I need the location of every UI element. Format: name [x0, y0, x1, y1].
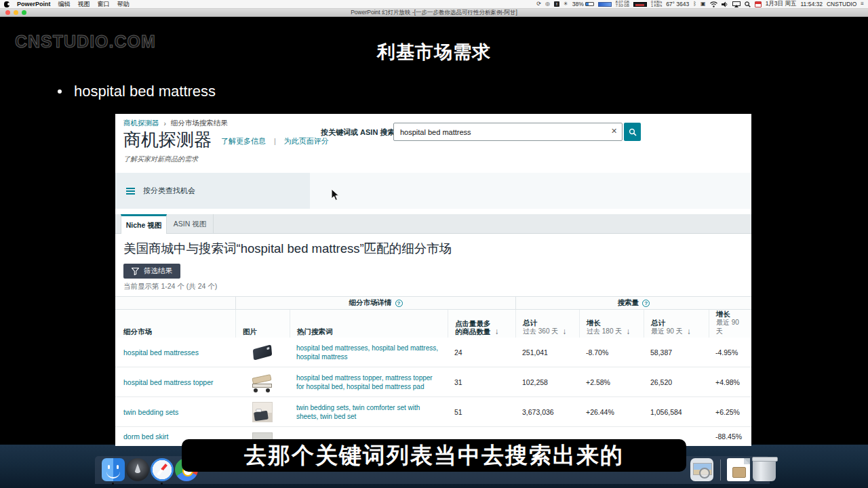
col-keywords: 热门搜索词 [297, 327, 333, 336]
menubar-username[interactable]: CNSTUDIO [827, 1, 856, 7]
input-source-icon[interactable]: ▣ [701, 1, 706, 7]
total-360: 102,258 [515, 367, 579, 397]
network-readout[interactable]: 0 KB/s 1 KB/s [651, 1, 662, 8]
products-count: 51 [448, 397, 515, 427]
growth-180: +2.58% [579, 367, 644, 397]
volume-icon[interactable] [722, 1, 728, 7]
video-subtitle: 去那个关键词列表当中去搜索出来的 [182, 439, 686, 472]
sort-arrow-icon[interactable]: ↓ [495, 328, 499, 336]
col-growth-180[interactable]: 增长 过去 180 天 ↓ [579, 310, 644, 341]
breadcrumb: 商机探测器 › 细分市场搜索结果 [123, 119, 228, 128]
slide-title: 利基市场需求 [0, 40, 868, 64]
dock-finder-icon[interactable] [102, 458, 125, 481]
memory-meter-icon[interactable] [598, 2, 612, 7]
group-header-details: 细分市场详情 ? [235, 297, 515, 310]
group-header-volume: 搜索量 ? [515, 297, 751, 310]
tab-niche-view[interactable]: Niche 视图 [121, 214, 167, 235]
growth-90: -88.45% [709, 427, 751, 446]
col-image: 图片 [243, 327, 257, 336]
menubar-date[interactable]: 1月3日 周五 [766, 0, 797, 8]
browse-categories-label: 按分类查找机会 [143, 186, 195, 196]
col-niche: 细分市场 [123, 327, 152, 336]
niche-link[interactable]: hospital bed mattress topper [123, 378, 214, 386]
results-heading: 美国商城中与搜索词“hospital bed mattress”匹配的细分市场 [123, 240, 734, 257]
sort-arrow-icon[interactable]: ↓ [687, 328, 691, 336]
funnel-icon [132, 268, 139, 275]
menu-edit[interactable]: 编辑 [58, 0, 71, 9]
product-thumbnail-bedding-set[interactable] [252, 402, 273, 422]
hamburger-icon [126, 188, 135, 195]
keyword-search-input[interactable] [393, 123, 623, 141]
menu-view[interactable]: 视图 [78, 0, 90, 9]
growth-180: +26.44% [579, 397, 644, 427]
cpu-meter-icon[interactable] [633, 2, 647, 7]
tab-asin-view[interactable]: ASIN 视图 [167, 214, 214, 234]
window-title: PowerPoint 幻灯片放映 -[一步一步教你选品可行性分析案例-阿甘] [0, 9, 868, 17]
mouse-cursor [331, 188, 340, 201]
tab-strip: Niche 视图 ASIN 视图 [115, 214, 751, 234]
dock-launchpad-icon[interactable] [126, 458, 149, 481]
help-icon[interactable]: ? [395, 300, 403, 307]
learn-more-link[interactable]: 了解更多信息 [221, 136, 266, 146]
growth-90: +6.25% [709, 397, 751, 427]
dock-downloads-icon[interactable] [727, 458, 750, 481]
table-row: hospital bed mattresses hospital bed mat… [115, 338, 751, 367]
menubar-clock[interactable]: 11:54:32 [800, 1, 822, 7]
menu-app-name[interactable]: PowerPoint [17, 1, 51, 7]
window-titlebar: PowerPoint 幻灯片放映 -[一步一步教你选品可行性分析案例-阿甘] [0, 9, 868, 17]
clear-search-icon[interactable]: ✕ [611, 127, 617, 136]
menu-window[interactable]: 窗口 [98, 0, 110, 9]
growth-90: -4.95% [709, 338, 751, 367]
col-total-360[interactable]: 总计 过去 360 天 ↓ [515, 310, 579, 341]
dock-safari-icon[interactable] [151, 458, 174, 481]
total-90: 26,520 [644, 367, 709, 397]
airplay-icon[interactable] [732, 1, 741, 7]
bluetooth-icon[interactable]: ᛒ [693, 1, 696, 7]
breadcrumb-current: 细分市场搜索结果 [171, 119, 228, 128]
sync-icon[interactable]: ⟳ [536, 1, 541, 7]
browse-categories-button[interactable]: 按分类查找机会 [115, 173, 310, 209]
col-top-clicked[interactable]: 点击量最多 的商品数量 ↓ [448, 310, 515, 341]
total-360: 3,673,036 [515, 397, 579, 427]
dock-preview-icon[interactable] [690, 458, 713, 481]
niche-table: 细分市场详情 ? 搜索量 ? 细分市场 图片 热门搜索词 点击量最多 的商品数 [115, 296, 751, 446]
help-icon[interactable]: ? [642, 300, 650, 307]
growth-90: +4.98% [709, 367, 751, 397]
battery-indicator[interactable]: 38% [572, 1, 594, 7]
page-title: 商机探测器 [123, 130, 212, 150]
filter-results-button[interactable]: 筛选结果 [123, 264, 180, 279]
page-subtitle: 了解买家对新商品的需求 [123, 155, 198, 164]
product-thumbnail-mattress[interactable] [253, 344, 272, 360]
apple-menu-icon[interactable] [4, 1, 9, 7]
camera-icon[interactable]: ◎ [545, 1, 550, 7]
table-group-header-row: 细分市场详情 ? 搜索量 ? [115, 297, 751, 310]
magnifier-icon [629, 128, 637, 136]
battery-percent: 38% [572, 1, 584, 7]
col-total-90[interactable]: 总计 最近 90 天 ↓ [644, 310, 709, 341]
wifi-icon[interactable] [710, 1, 717, 7]
snowflake-icon[interactable]: ✳ [564, 1, 568, 7]
dock-trash-icon[interactable] [753, 458, 776, 481]
weather-status[interactable]: 67° 3643 [666, 1, 689, 7]
sort-arrow-icon[interactable]: ↓ [562, 328, 566, 336]
memory-readout[interactable]: 8.07 GB 7.93 GB [616, 1, 629, 8]
niche-link[interactable]: twin bedding sets [123, 408, 178, 416]
breadcrumb-root-link[interactable]: 商机探测器 [123, 119, 159, 128]
spotlight-search-icon[interactable] [745, 1, 751, 7]
chevron-right-icon: › [164, 120, 166, 127]
col-growth-90[interactable]: 增长 最近 90 天 [709, 310, 751, 341]
products-count: 24 [448, 338, 515, 367]
calendar-icon[interactable] [755, 1, 762, 7]
notification-icon[interactable]: ! [554, 1, 559, 7]
search-button[interactable] [624, 123, 641, 141]
search-band: 按分类查找机会 [115, 173, 751, 209]
niche-link[interactable]: hospital bed mattresses [123, 348, 199, 357]
product-thumbnail-hospital-bed[interactable] [251, 372, 274, 392]
sort-arrow-icon[interactable]: ↓ [626, 328, 630, 336]
notification-center-icon[interactable]: ≡ [861, 1, 864, 7]
macos-menubar: PowerPoint 编辑 视图 窗口 帮助 ⟳ ◎ ! ✳ 38% 8.07 … [0, 0, 868, 9]
total-90: 58,387 [644, 338, 709, 367]
niche-link[interactable]: dorm bed skirt [123, 432, 169, 441]
top-keywords: twin bedding sets, twin comforter set wi… [290, 397, 448, 427]
menu-help[interactable]: 帮助 [117, 0, 130, 9]
